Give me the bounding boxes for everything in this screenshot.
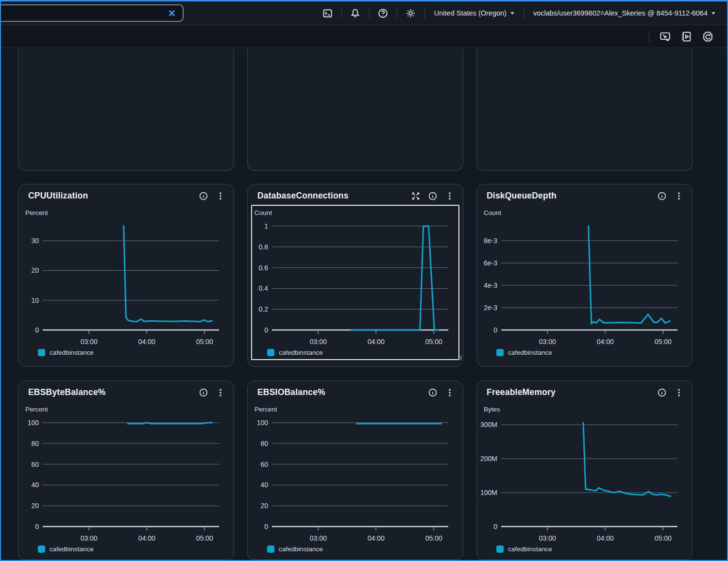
search-input[interactable] — [0, 9, 164, 17]
x-tick-label: 03:00 — [81, 534, 98, 542]
cloudshell-terminal-icon[interactable] — [318, 5, 338, 21]
top-navigation-bar: ✕ United States (Oregon) — [1, 1, 727, 25]
chart-row: EBSByteBalance% Percent02040608010003:00… — [18, 380, 727, 560]
chart-plot-area[interactable]: Count02e-34e-36e-38e-303:0004:0005:00 ca… — [477, 202, 692, 356]
axis-unit-label: Count — [484, 209, 501, 216]
chart-info-icon[interactable] — [199, 388, 208, 397]
caret-down-icon — [510, 12, 514, 15]
x-tick-label: 03:00 — [310, 534, 327, 542]
divider — [397, 8, 397, 18]
chart-legend[interactable]: cafedbinstance — [248, 349, 463, 356]
chart-menu-icon[interactable] — [675, 192, 683, 200]
series-line — [124, 226, 212, 322]
chart-card: EBSIOBalance% Percent02040608010003:0004… — [247, 380, 463, 560]
chart-legend[interactable]: cafedbinstance — [248, 545, 463, 553]
chart-menu-icon[interactable] — [445, 388, 454, 397]
x-tick-label: 04:00 — [368, 338, 385, 346]
chart-legend[interactable]: cafedbinstance — [477, 349, 692, 356]
chart-info-icon[interactable] — [658, 388, 666, 397]
y-tick-label: 10 — [31, 297, 39, 304]
region-selector[interactable]: United States (Oregon) — [428, 9, 520, 17]
chart-card-partial — [476, 48, 693, 171]
chart-legend[interactable]: cafedbinstance — [477, 545, 692, 553]
x-tick-label: 03:00 — [81, 338, 98, 346]
chart-legend[interactable]: cafedbinstance — [18, 349, 234, 356]
y-tick-label: 100 — [28, 419, 39, 427]
divider — [369, 8, 370, 18]
legend-swatch — [38, 349, 45, 356]
legend-label: cafedbinstance — [508, 545, 552, 553]
y-tick-label: 100M — [480, 489, 497, 496]
x-tick-label: 04:00 — [597, 338, 614, 346]
legend-label: cafedbinstance — [279, 545, 323, 553]
x-tick-label: 05:00 — [425, 338, 442, 346]
y-tick-label: 20 — [31, 502, 39, 510]
axis-unit-label: Bytes — [484, 406, 500, 413]
aws-console-window: ✕ United States (Oregon) — [0, 0, 728, 561]
chart-plot-area[interactable]: Percent010203003:0004:0005:00 cafedbinst… — [18, 202, 234, 356]
chart-info-icon[interactable] — [658, 192, 666, 200]
help-icon[interactable] — [373, 5, 393, 21]
legend-label: cafedbinstance — [279, 349, 323, 356]
chart-info-icon[interactable] — [428, 388, 437, 397]
x-tick-label: 04:00 — [368, 534, 385, 542]
chart-plot-area[interactable]: Bytes0100M200M300M03:0004:0005:00 cafedb… — [477, 399, 692, 553]
screen-share-icon[interactable] — [654, 28, 676, 45]
notifications-bell-icon[interactable] — [345, 5, 366, 21]
chart-title: EBSByteBalance% — [28, 387, 106, 397]
chart-expand-icon[interactable] — [411, 192, 420, 200]
x-tick-label: 03:00 — [310, 338, 327, 346]
x-tick-label: 05:00 — [196, 338, 213, 346]
legend-label: cafedbinstance — [508, 349, 552, 356]
chart-header-actions — [428, 388, 454, 397]
y-tick-label: 40 — [260, 481, 268, 489]
y-tick-label: 0 — [35, 523, 39, 530]
y-tick-label: 20 — [31, 266, 39, 274]
x-tick-label: 03:00 — [539, 338, 556, 346]
resize-handle-icon[interactable] — [456, 354, 463, 363]
settings-gear-icon[interactable] — [401, 5, 421, 21]
legend-label: cafedbinstance — [50, 349, 94, 356]
chart-menu-icon[interactable] — [216, 192, 225, 200]
chart-menu-icon[interactable] — [216, 388, 225, 397]
search-clear-icon[interactable]: ✕ — [164, 9, 180, 18]
chart-menu-icon[interactable] — [445, 192, 454, 200]
chart-header-actions — [411, 192, 454, 200]
y-tick-label: 1 — [264, 222, 268, 230]
chart-legend[interactable]: cafedbinstance — [18, 545, 234, 553]
y-tick-label: 30 — [31, 237, 39, 245]
chart-title: FreeableMemory — [487, 387, 556, 397]
chart-card-partial — [18, 48, 234, 171]
chart-menu-icon[interactable] — [675, 388, 683, 397]
search-bar: ✕ — [0, 4, 184, 22]
topbar-actions: United States (Oregon) voclabs/user36998… — [318, 5, 727, 21]
account-menu[interactable]: voclabs/user3699802=Alex_Skeries @ 8454-… — [527, 9, 721, 17]
chart-card-header: CPUUtilization — [18, 184, 234, 201]
runbook-icon[interactable] — [676, 28, 697, 45]
chart-info-icon[interactable] — [428, 192, 437, 200]
chart-row-partial — [18, 48, 727, 171]
region-label: United States (Oregon) — [434, 9, 507, 17]
x-tick-label: 04:00 — [138, 338, 155, 346]
y-tick-label: 0.6 — [259, 264, 269, 272]
chart-card-header: FreeableMemory — [477, 381, 692, 397]
chart-plot-area[interactable]: Count00.20.40.60.8103:0004:0005:00 cafed… — [248, 202, 463, 356]
y-tick-label: 0.2 — [259, 305, 269, 313]
legend-swatch — [267, 545, 274, 553]
chart-title: DatabaseConnections — [257, 191, 349, 201]
chart-plot-area[interactable]: Percent02040608010003:0004:0005:00 cafed… — [248, 399, 463, 553]
y-tick-label: 100 — [257, 419, 269, 427]
x-tick-label: 05:00 — [655, 338, 672, 346]
chart-card: DatabaseConnections Count00.20.40.60.810… — [247, 184, 463, 367]
chart-info-icon[interactable] — [199, 192, 208, 200]
chart-card-header: EBSByteBalance% — [18, 381, 234, 397]
y-tick-label: 0.8 — [259, 243, 269, 251]
series-line — [352, 226, 439, 330]
auto-refresh-icon[interactable] — [697, 28, 718, 45]
chart-plot-area[interactable]: Percent02040608010003:0004:0005:00 cafed… — [18, 399, 234, 553]
chart-plot: Bytes0100M200M300M03:0004:0005:00 — [477, 399, 693, 544]
chart-plot: Percent02040608010003:0004:0005:00 — [248, 399, 464, 544]
y-tick-label: 0 — [264, 523, 268, 530]
y-tick-label: 60 — [260, 461, 268, 468]
legend-label: cafedbinstance — [50, 545, 94, 553]
